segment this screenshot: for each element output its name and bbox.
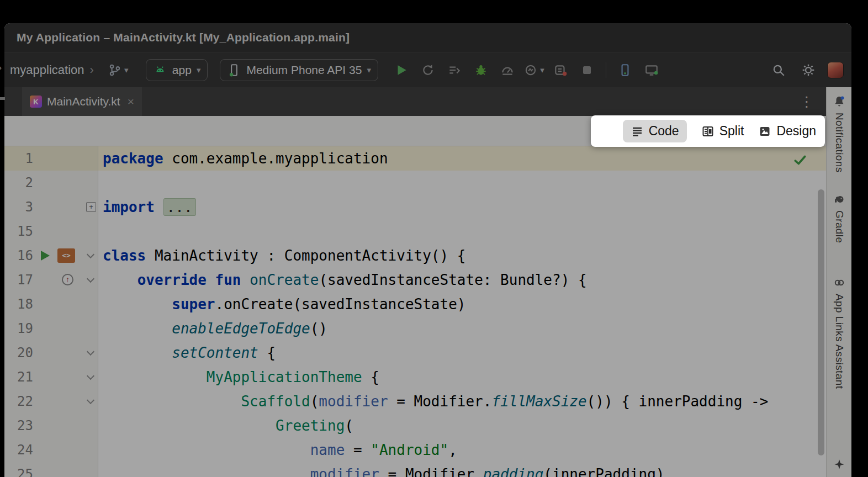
code-lines: 1package com.example.myapplication23+imp… bbox=[4, 146, 826, 477]
profile-button[interactable] bbox=[496, 59, 518, 81]
stripe-label-app-links: App Links Assistant bbox=[833, 294, 845, 389]
breadcrumb[interactable]: myapplication › bbox=[10, 63, 94, 77]
main-toolbar: myapplication › ▾ bbox=[4, 52, 851, 87]
line-number: 3 bbox=[4, 195, 33, 219]
attach-debugger-icon bbox=[553, 63, 568, 77]
running-devices-button[interactable] bbox=[641, 59, 663, 81]
profiler-dropdown-button[interactable]: ▾ bbox=[523, 59, 545, 81]
code-text: import ... bbox=[98, 195, 196, 219]
gutter-cell[interactable]: 19 bbox=[4, 316, 98, 341]
ide-window: My Application – MainActivity.kt [My_App… bbox=[4, 23, 851, 477]
stripe-label-notifications: Notifications bbox=[833, 113, 845, 173]
refresh-icon bbox=[421, 63, 435, 77]
settings-button[interactable] bbox=[797, 59, 819, 81]
gutter-cell[interactable]: 22 bbox=[4, 389, 98, 414]
tab-label: MainActivity.kt bbox=[47, 95, 120, 108]
compose-preview-icon[interactable]: <> bbox=[57, 248, 75, 263]
tab-options-menu[interactable]: ⋮ bbox=[795, 93, 818, 110]
run-config-dropdown[interactable]: app ▾ bbox=[146, 59, 208, 81]
view-toggle-code[interactable]: Code bbox=[623, 120, 687, 142]
scrollbar-thumb[interactable] bbox=[818, 189, 824, 455]
view-toggle-code-label: Code bbox=[649, 124, 679, 139]
gutter-cell[interactable]: 20 bbox=[4, 341, 98, 365]
run-button[interactable] bbox=[390, 59, 412, 81]
line-number: 1 bbox=[4, 146, 33, 171]
fold-marker-icon[interactable] bbox=[87, 396, 94, 404]
code-line[interactable]: 1package com.example.myapplication bbox=[4, 146, 826, 171]
code-line[interactable]: 22 Scaffold(modifier = Modifier.fillMaxS… bbox=[4, 389, 826, 414]
view-toggle-design[interactable]: Design bbox=[758, 124, 816, 139]
apply-changes-button[interactable] bbox=[417, 59, 439, 81]
edge-artifact bbox=[0, 97, 5, 100]
code-line[interactable]: 19 enableEdgeToEdge() bbox=[4, 316, 826, 341]
code-text: enableEdgeToEdge() bbox=[98, 316, 327, 341]
design-view-icon bbox=[758, 125, 771, 138]
code-line[interactable]: 23 Greeting( bbox=[4, 414, 826, 438]
code-line[interactable]: 25 modifier = Modifier.padding(innerPadd… bbox=[4, 462, 826, 477]
gutter-cell[interactable]: 2 bbox=[4, 171, 98, 195]
kotlin-file-icon: K bbox=[30, 96, 42, 108]
sidebar-item-gradle[interactable]: Gradle bbox=[833, 193, 846, 243]
sparkle-icon bbox=[833, 458, 845, 470]
gutter-cell[interactable]: 25 bbox=[4, 462, 98, 477]
gutter-cell[interactable]: 15 bbox=[4, 219, 98, 243]
line-number: 15 bbox=[4, 219, 33, 243]
code-editor[interactable]: 1package com.example.myapplication23+imp… bbox=[4, 146, 826, 477]
search-button[interactable] bbox=[768, 59, 790, 81]
device-dropdown[interactable]: Medium Phone API 35 ▾ bbox=[220, 59, 378, 81]
sidebar-item-notifications[interactable]: Notifications bbox=[833, 95, 846, 173]
code-line[interactable]: 16<>class MainActivity : ComponentActivi… bbox=[4, 243, 826, 268]
code-line[interactable]: 24 name = "Android", bbox=[4, 438, 826, 462]
code-text bbox=[98, 171, 103, 195]
gauge-icon bbox=[500, 63, 515, 77]
run-gutter-icon[interactable] bbox=[41, 251, 50, 261]
line-number: 24 bbox=[4, 438, 33, 462]
code-line[interactable]: 17↑ override fun onCreate(savedInstanceS… bbox=[4, 268, 826, 292]
override-method-icon[interactable]: ↑ bbox=[62, 274, 73, 285]
line-number: 22 bbox=[4, 389, 33, 414]
debug-button[interactable] bbox=[470, 59, 492, 81]
code-line[interactable]: 18 super.onCreate(savedInstanceState) bbox=[4, 292, 826, 316]
stop-button[interactable] bbox=[576, 59, 598, 81]
code-line[interactable]: 15 bbox=[4, 219, 826, 243]
play-icon bbox=[394, 63, 409, 77]
code-line[interactable]: 2 bbox=[4, 171, 826, 195]
inspections-status-check[interactable] bbox=[793, 153, 807, 167]
close-icon[interactable]: × bbox=[128, 95, 134, 108]
sidebar-item-app-links-assistant[interactable]: App Links Assistant bbox=[833, 276, 846, 389]
attach-debugger-button[interactable] bbox=[549, 59, 571, 81]
split-view-icon bbox=[701, 125, 714, 138]
gutter-cell[interactable]: 21 bbox=[4, 365, 98, 389]
phone-device-icon bbox=[227, 63, 241, 77]
device-manager-button[interactable] bbox=[614, 59, 636, 81]
code-text: package com.example.myapplication bbox=[98, 146, 388, 171]
gutter-cell[interactable]: 16<> bbox=[4, 243, 98, 268]
breadcrumb-label[interactable]: myapplication bbox=[10, 63, 84, 77]
code-line[interactable]: 3+import ... bbox=[4, 195, 826, 219]
gutter-cell[interactable]: 3+ bbox=[4, 195, 98, 219]
git-branch-icon bbox=[108, 63, 122, 77]
apply-code-changes-button[interactable] bbox=[443, 59, 465, 81]
vcs-widget[interactable]: ▾ bbox=[107, 59, 129, 81]
line-number: 21 bbox=[4, 365, 33, 389]
tab-mainactivity[interactable]: K MainActivity.kt × bbox=[22, 87, 142, 116]
fold-marker-icon[interactable] bbox=[87, 348, 94, 356]
code-line[interactable]: 21 MyApplicationTheme { bbox=[4, 365, 826, 389]
code-line[interactable]: 20 setContent { bbox=[4, 341, 826, 365]
gutter-cell[interactable]: 17↑ bbox=[4, 268, 98, 292]
ai-assistant-button[interactable] bbox=[833, 458, 845, 470]
gutter-cell[interactable]: 18 bbox=[4, 292, 98, 316]
gutter-cell[interactable]: 24 bbox=[4, 438, 98, 462]
view-toggle-split[interactable]: Split bbox=[701, 124, 744, 139]
gutter-cell[interactable]: 23 bbox=[4, 414, 98, 438]
fold-marker-icon[interactable] bbox=[87, 275, 94, 283]
gutter-cell[interactable]: 1 bbox=[4, 146, 98, 171]
user-avatar[interactable] bbox=[827, 62, 844, 78]
line-number: 17 bbox=[4, 268, 33, 292]
expand-fold-icon[interactable]: + bbox=[86, 202, 96, 212]
fold-marker-icon[interactable] bbox=[87, 372, 94, 380]
running-devices-icon bbox=[644, 63, 659, 77]
line-number: 16 bbox=[4, 243, 33, 268]
fold-marker-icon[interactable] bbox=[87, 251, 94, 258]
search-icon bbox=[771, 63, 786, 77]
